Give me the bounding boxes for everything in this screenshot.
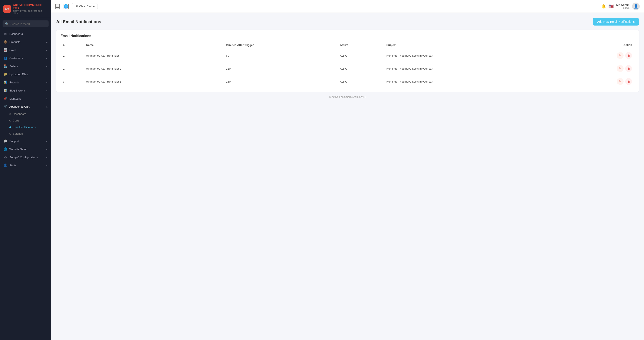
delete-button[interactable]: 🗑: [625, 78, 632, 85]
sidebar-item-products[interactable]: 📦 Products ∧: [0, 38, 51, 46]
clear-cache-button[interactable]: 🖥 Clear Cache: [72, 3, 98, 9]
sidebar-sub-ac-carts[interactable]: Carts: [0, 117, 51, 124]
header-user-info: Mr. Admin admin: [616, 3, 630, 9]
cell-minutes: 180: [224, 75, 337, 88]
sidebar-label-marketing: Marketing: [9, 97, 44, 100]
sidebar-label-reports: Reports: [9, 81, 44, 84]
abandoned-cart-icon: 🛒: [4, 105, 7, 108]
sidebar-sub-ac-dashboard[interactable]: Dashboard: [0, 111, 51, 117]
products-icon: 📦: [4, 40, 7, 44]
cell-name: Abandoned Cart Reminder 3: [84, 75, 224, 88]
delete-button[interactable]: 🗑: [625, 52, 632, 59]
cell-actions: ✎ 🗑: [564, 62, 635, 75]
sidebar-label-setup: Setup & Configurations: [9, 156, 44, 159]
website-setup-chevron: ∧: [46, 148, 48, 151]
cell-actions: ✎ 🗑: [564, 49, 635, 62]
sidebar-item-staffs[interactable]: 👤 Staffs ∧: [0, 161, 51, 169]
edit-button[interactable]: ✎: [617, 78, 624, 85]
sidebar-sub-label-ac-email: Email Notifications: [13, 125, 36, 129]
edit-button[interactable]: ✎: [617, 52, 624, 59]
header: ☰ 🌐 🖥 Clear Cache 🔔 🇺🇸 Mr. Admin admin 👤: [51, 0, 644, 13]
cell-actions: ✎ 🗑: [564, 75, 635, 88]
bell-button[interactable]: 🔔: [601, 4, 606, 9]
sidebar-item-customers[interactable]: 👥 Customers ∧: [0, 54, 51, 62]
sidebar-label-support: Support: [9, 140, 44, 143]
products-chevron: ∧: [46, 41, 48, 43]
sidebar-item-dashboard[interactable]: ⊞ Dashboard: [0, 30, 51, 38]
sub-dot-ac-email: [9, 126, 11, 128]
sidebar-item-abandoned-cart[interactable]: 🛒 Abandoned Cart ∧: [0, 103, 51, 111]
customers-icon: 👥: [4, 56, 7, 60]
cell-name: Abandoned Cart Reminder 2: [84, 62, 224, 75]
sidebar-item-blog-system[interactable]: 📝 Blog System ∧: [0, 86, 51, 94]
search-box[interactable]: 🔍: [2, 20, 48, 27]
col-header-name: Name: [84, 41, 224, 49]
blog-chevron: ∧: [46, 89, 48, 92]
add-email-notification-button[interactable]: Add New Email Notifications: [593, 18, 639, 25]
sidebar-label-sellers: Sellers: [9, 65, 44, 68]
delete-button[interactable]: 🗑: [625, 65, 632, 72]
sidebar-sub-label-ac-settings: Settings: [13, 132, 23, 135]
support-chevron: ∧: [46, 140, 48, 143]
header-username: Mr. Admin: [616, 3, 630, 6]
sidebar-item-support[interactable]: 💬 Support ∧: [0, 137, 51, 145]
sidebar-sub-ac-email-notifications[interactable]: Email Notifications: [0, 124, 51, 130]
sidebar-item-sellers[interactable]: 🏪 Sellers ∧: [0, 62, 51, 70]
sidebar-sub-label-ac-carts: Carts: [13, 119, 20, 122]
cell-subject: Reminder: You have items in your cart: [384, 75, 564, 88]
col-header-num: #: [60, 41, 84, 49]
sidebar-label-products: Products: [9, 40, 44, 44]
header-role: admin: [623, 6, 630, 9]
search-icon: 🔍: [5, 22, 9, 25]
page-header: All Email Notifications Add New Email No…: [56, 18, 639, 25]
search-input[interactable]: [10, 22, 46, 25]
card-title: Email Notifications: [60, 34, 635, 38]
reports-chevron: ∧: [46, 81, 48, 84]
col-header-subject: Subject: [384, 41, 564, 49]
sidebar-label-dashboard: Dashboard: [9, 32, 48, 35]
logo-icon: 🛍: [4, 5, 11, 13]
staffs-icon: 👤: [4, 163, 7, 167]
sidebar-item-website-setup[interactable]: 🌐 Website Setup ∧: [0, 145, 51, 153]
email-notifications-card: Email Notifications # Name Minutes After…: [56, 30, 639, 92]
blog-icon: 📝: [4, 88, 7, 92]
clear-cache-icon: 🖥: [75, 5, 78, 8]
email-notifications-table: # Name Minutes After Trigger Active Subj…: [60, 41, 635, 88]
header-avatar[interactable]: 👤: [632, 2, 640, 10]
cell-minutes: 120: [224, 62, 337, 75]
footer: © Active Ecommerce Admin v8.2: [56, 92, 639, 102]
clear-cache-label: Clear Cache: [79, 5, 94, 8]
cell-active: Active: [337, 49, 384, 62]
flag-button[interactable]: 🇺🇸: [608, 4, 614, 9]
sidebar-logo: 🛍 ACTIVE ECOMMERCE CMS BEST RATED ECOMME…: [0, 0, 51, 18]
globe-button[interactable]: 🌐: [63, 3, 68, 9]
sales-icon: 📈: [4, 48, 7, 52]
sidebar-sub-ac-settings[interactable]: Settings: [0, 130, 51, 137]
col-header-action: Action: [564, 41, 635, 49]
sidebar-label-sales: Sales: [9, 48, 44, 52]
marketing-chevron: ∧: [46, 97, 48, 100]
sidebar-item-reports[interactable]: 📊 Reports ∧: [0, 78, 51, 86]
sidebar-item-sales[interactable]: 📈 Sales ∧: [0, 46, 51, 54]
abandoned-cart-chevron: ∧: [46, 105, 48, 108]
cell-name: Abandoned Cart Reminder: [84, 49, 224, 62]
logo-text: ACTIVE ECOMMERCE CMS BEST RATED ECOMMERC…: [13, 3, 48, 14]
sidebar-item-setup-configurations[interactable]: ⚙ Setup & Configurations ∧: [0, 153, 51, 161]
sidebar-label-abandoned-cart: Abandoned Cart: [9, 105, 44, 108]
col-header-minutes: Minutes After Trigger: [224, 41, 337, 49]
footer-text: © Active Ecommerce Admin v8.2: [329, 95, 366, 98]
dashboard-icon: ⊞: [4, 32, 7, 36]
support-icon: 💬: [4, 139, 7, 143]
sidebar-label-customers: Customers: [9, 57, 44, 60]
setup-chevron: ∧: [46, 156, 48, 159]
hamburger-button[interactable]: ☰: [55, 3, 60, 9]
sidebar-item-marketing[interactable]: 📣 Marketing ∧: [0, 94, 51, 103]
setup-icon: ⚙: [4, 155, 7, 159]
sidebar-item-uploaded-files[interactable]: 📁 Uploaded Files: [0, 70, 51, 78]
cell-active: Active: [337, 75, 384, 88]
table-row: 1 Abandoned Cart Reminder 60 Active Remi…: [60, 49, 635, 62]
table-row: 3 Abandoned Cart Reminder 3 180 Active R…: [60, 75, 635, 88]
sellers-icon: 🏪: [4, 64, 7, 68]
marketing-icon: 📣: [4, 97, 7, 100]
edit-button[interactable]: ✎: [617, 65, 624, 72]
